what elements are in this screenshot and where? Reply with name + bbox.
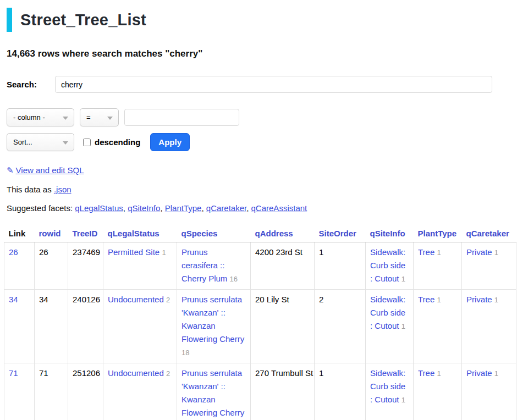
data-as-prefix: This data as bbox=[7, 185, 54, 194]
filter-value-input[interactable] bbox=[124, 109, 239, 126]
facet-count: 1 bbox=[162, 248, 166, 257]
facet-count: 1 bbox=[437, 369, 441, 378]
facet-link-qsiteinfo[interactable]: qSiteInfo bbox=[128, 203, 160, 213]
cell-planttype: Tree 1 bbox=[414, 242, 462, 290]
facet-count: 18 bbox=[182, 349, 189, 357]
cell-qcaretaker: Private 1 bbox=[462, 363, 516, 420]
cell-link: 34 bbox=[4, 290, 35, 363]
row-link[interactable]: 34 bbox=[9, 295, 18, 304]
sort-select-value: Sort... bbox=[13, 138, 32, 146]
facets-prefix: Suggested facets: bbox=[7, 203, 75, 213]
cell-planttype: Tree 1 bbox=[414, 290, 462, 363]
cell-siteorder: 2 bbox=[315, 290, 366, 363]
column-select-value: - column - bbox=[13, 113, 45, 121]
view-edit-sql-link[interactable]: View and edit SQL bbox=[16, 165, 84, 175]
results-table: Link rowid TreeID qLegalStatus qSpecies … bbox=[4, 225, 516, 420]
table-header-row: Link rowid TreeID qLegalStatus qSpecies … bbox=[4, 225, 516, 242]
apply-button[interactable]: Apply bbox=[150, 133, 190, 151]
column-select[interactable]: - column - bbox=[7, 108, 74, 126]
facet-count: 1 bbox=[402, 322, 405, 330]
sql-line: ✎View and edit SQL bbox=[7, 165, 517, 175]
facet-count: 1 bbox=[494, 248, 498, 257]
col-header-rowid: rowid bbox=[35, 225, 68, 242]
row-count-summary: 14,663 rows where search matches "cherry… bbox=[7, 48, 517, 59]
cell-qcaretaker: Private 1 bbox=[462, 242, 516, 290]
operator-select-value: = bbox=[86, 113, 91, 121]
facet-link-qlegalstatus[interactable]: qLegalStatus bbox=[75, 203, 123, 213]
cell-planttype: Tree 1 bbox=[414, 363, 462, 420]
cell-siteorder: 1 bbox=[315, 363, 366, 420]
facet-count: 1 bbox=[437, 248, 441, 257]
sort-row: Sort... descending Apply bbox=[7, 133, 517, 151]
col-header-qcaretaker: qCaretaker bbox=[462, 225, 516, 242]
cell-siteorder: 1 bbox=[315, 242, 366, 290]
table-row: 26 26 237469 Permitted Site 1 Prunus cer… bbox=[4, 242, 516, 290]
cell-qaddress: 270 Trumbull St bbox=[251, 363, 315, 420]
col-header-qsiteinfo: qSiteInfo bbox=[366, 225, 414, 242]
suggested-facets: Suggested facets: qLegalStatus, qSiteInf… bbox=[7, 203, 517, 213]
facet-count: 16 bbox=[230, 275, 238, 283]
chevron-down-icon bbox=[107, 117, 113, 120]
cell-qspecies: Prunus cerasifera :: Cherry Plum 16 bbox=[177, 242, 251, 290]
facet-count: 1 bbox=[494, 296, 498, 304]
cell-treeid: 251206 bbox=[68, 363, 103, 420]
cell-treeid: 237469 bbox=[68, 242, 103, 290]
chevron-down-icon bbox=[63, 117, 68, 120]
col-header-qaddress: qAddress bbox=[251, 225, 315, 242]
cell-rowid: 71 bbox=[35, 363, 68, 420]
descending-label: descending bbox=[95, 137, 140, 147]
cell-link: 71 bbox=[4, 363, 35, 420]
facet-count: 2 bbox=[166, 369, 170, 378]
col-header-siteorder: SiteOrder bbox=[315, 225, 366, 242]
cell-link: 26 bbox=[4, 242, 35, 290]
cell-qaddress: 20 Lily St bbox=[251, 290, 315, 363]
facet-count: 1 bbox=[437, 296, 441, 304]
accent-bar bbox=[7, 8, 12, 32]
cell-rowid: 34 bbox=[35, 290, 68, 363]
operator-select[interactable]: = bbox=[80, 108, 119, 126]
col-header-treeid: TreeID bbox=[68, 225, 103, 242]
cell-qlegalstatus: Undocumented 2 bbox=[103, 363, 177, 420]
cell-qlegalstatus: Permitted Site 1 bbox=[103, 242, 177, 290]
filter-row: - column - = bbox=[7, 108, 517, 126]
facet-count: 2 bbox=[166, 296, 170, 304]
col-header-qlegalstatus: qLegalStatus bbox=[103, 225, 177, 242]
page-title: Street_Tree_List bbox=[20, 11, 146, 29]
row-link[interactable]: 71 bbox=[9, 368, 18, 378]
data-export-line: This data as .json bbox=[7, 185, 517, 194]
col-header-qspecies: qSpecies bbox=[177, 225, 251, 242]
pencil-icon: ✎ bbox=[7, 165, 14, 175]
facet-count: 1 bbox=[402, 396, 405, 404]
chevron-down-icon bbox=[63, 141, 68, 145]
col-header-link: Link bbox=[4, 225, 35, 242]
sort-select[interactable]: Sort... bbox=[7, 133, 74, 151]
search-row: Search: bbox=[7, 76, 517, 93]
json-link[interactable]: .json bbox=[54, 185, 72, 194]
descending-checkbox[interactable] bbox=[83, 139, 91, 146]
facet-link-qcaretaker[interactable]: qCaretaker bbox=[206, 203, 246, 213]
cell-qspecies: Prunus serrulata 'Kwanzan' :: Kwanzan Fl… bbox=[177, 290, 251, 363]
cell-qsiteinfo: Sidewalk: Curb side : Cutout 1 bbox=[366, 363, 414, 420]
cell-qsiteinfo: Sidewalk: Curb side : Cutout 1 bbox=[366, 290, 414, 363]
cell-qaddress: 4200 23rd St bbox=[251, 242, 315, 290]
page-header: Street_Tree_List bbox=[7, 8, 517, 32]
table-row: 71 71 251206 Undocumented 2 Prunus serru… bbox=[4, 363, 516, 420]
col-header-planttype: PlantType bbox=[414, 225, 462, 242]
facet-count: 1 bbox=[402, 275, 405, 283]
cell-rowid: 26 bbox=[35, 242, 68, 290]
cell-qspecies: Prunus serrulata 'Kwanzan' :: Kwanzan Fl… bbox=[177, 363, 251, 420]
cell-qsiteinfo: Sidewalk: Curb side : Cutout 1 bbox=[366, 242, 414, 290]
search-label: Search: bbox=[7, 80, 55, 89]
cell-qcaretaker: Private 1 bbox=[462, 290, 516, 363]
cell-treeid: 240126 bbox=[68, 290, 103, 363]
facet-link-qcareassistant[interactable]: qCareAssistant bbox=[251, 203, 307, 213]
cell-qlegalstatus: Undocumented 2 bbox=[103, 290, 177, 363]
facet-link-planttype[interactable]: PlantType bbox=[165, 203, 202, 213]
row-link[interactable]: 26 bbox=[9, 247, 18, 257]
table-row: 34 34 240126 Undocumented 2 Prunus serru… bbox=[4, 290, 516, 363]
facet-count: 1 bbox=[494, 369, 498, 378]
search-input[interactable] bbox=[55, 76, 492, 93]
